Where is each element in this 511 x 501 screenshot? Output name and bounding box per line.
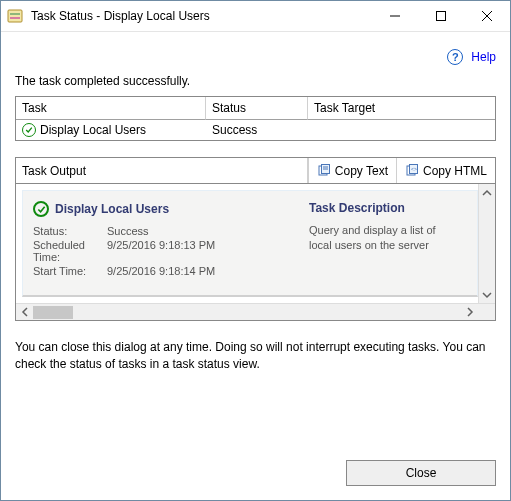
task-status: Success <box>206 120 308 140</box>
app-icon <box>7 8 23 24</box>
kv-sched-key: Scheduled Time: <box>33 239 107 263</box>
dialog-window: Task Status - Display Local Users ? Help… <box>0 0 511 501</box>
copy-text-button[interactable]: Copy Text <box>308 158 396 183</box>
task-output-header: Task Output Copy Text <> Copy HTML <box>15 157 496 183</box>
task-output-panel: Display Local Users Status:Success Sched… <box>22 190 478 297</box>
dialog-button-row: Close <box>15 446 496 486</box>
help-icon[interactable]: ? <box>447 49 463 65</box>
scroll-up-icon[interactable] <box>479 184 495 201</box>
vscroll-track[interactable] <box>479 201 495 286</box>
minimize-button[interactable] <box>372 1 418 31</box>
success-icon <box>33 201 49 217</box>
close-window-button[interactable] <box>464 1 510 31</box>
copy-html-icon: <> <box>405 164 419 178</box>
output-desc-text: Query and display a list of local users … <box>309 223 467 253</box>
titlebar: Task Status - Display Local Users <box>1 1 510 32</box>
task-row[interactable]: Display Local Users Success <box>16 120 495 140</box>
copy-html-button[interactable]: <> Copy HTML <box>396 158 495 183</box>
kv-status-key: Status: <box>33 225 107 237</box>
kv-start-key: Start Time: <box>33 265 107 277</box>
scroll-corner <box>478 304 495 320</box>
status-message: The task completed successfully. <box>15 74 496 88</box>
kv-start-val: 9/25/2016 9:18:14 PM <box>107 265 215 277</box>
col-header-target[interactable]: Task Target <box>308 97 495 120</box>
vertical-scrollbar[interactable] <box>478 184 495 303</box>
help-row: ? Help <box>15 46 496 68</box>
scroll-left-icon[interactable] <box>16 304 33 320</box>
horizontal-scrollbar[interactable] <box>16 303 495 320</box>
kv-status-val: Success <box>107 225 149 237</box>
copy-html-label: Copy HTML <box>423 164 487 178</box>
svg-rect-4 <box>437 12 446 21</box>
task-output-viewport: Display Local Users Status:Success Sched… <box>15 183 496 321</box>
success-icon <box>22 123 36 137</box>
closing-notice: You can close this dialog at any time. D… <box>15 339 496 373</box>
output-desc-header: Task Description <box>309 201 467 215</box>
scroll-right-icon[interactable] <box>461 304 478 320</box>
col-header-status[interactable]: Status <box>206 97 308 120</box>
window-controls <box>372 1 510 31</box>
svg-rect-0 <box>8 10 22 22</box>
task-output-section: Task Output Copy Text <> Copy HTML <box>15 157 496 321</box>
close-button[interactable]: Close <box>346 460 496 486</box>
output-task-title: Display Local Users <box>55 202 169 216</box>
copy-text-label: Copy Text <box>335 164 388 178</box>
window-title: Task Status - Display Local Users <box>29 9 372 23</box>
hscroll-thumb[interactable] <box>33 306 73 319</box>
copy-text-icon <box>317 164 331 178</box>
kv-sched-val: 9/25/2016 9:18:13 PM <box>107 239 215 263</box>
dialog-content: ? Help The task completed successfully. … <box>1 32 510 500</box>
help-link[interactable]: Help <box>471 50 496 64</box>
task-grid: Task Status Task Target Display Local Us… <box>15 96 496 141</box>
svg-text:<>: <> <box>411 166 417 172</box>
task-output-label: Task Output <box>16 158 308 183</box>
maximize-button[interactable] <box>418 1 464 31</box>
task-name: Display Local Users <box>40 123 146 137</box>
output-task-title-row: Display Local Users <box>33 201 309 217</box>
hscroll-track[interactable] <box>33 304 461 320</box>
scroll-down-icon[interactable] <box>479 286 495 303</box>
task-grid-header: Task Status Task Target <box>16 97 495 120</box>
col-header-task[interactable]: Task <box>16 97 206 120</box>
svg-rect-1 <box>10 13 20 15</box>
task-target <box>308 120 495 140</box>
svg-rect-2 <box>10 17 20 19</box>
